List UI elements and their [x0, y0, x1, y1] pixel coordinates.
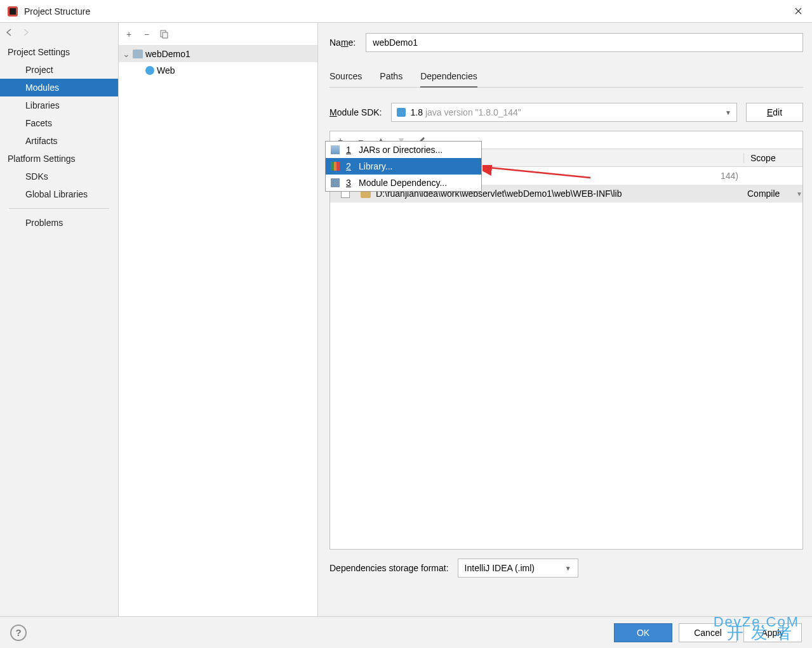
tree-label: webDemo1: [145, 49, 190, 59]
sidebar-divider: [9, 208, 109, 209]
sdk-version: java version "1.8.0_144": [425, 107, 521, 117]
storage-label: Dependencies storage format:: [329, 563, 449, 573]
svg-rect-1: [10, 8, 16, 15]
web-facet-icon: [145, 66, 154, 75]
copy-module-button[interactable]: [159, 29, 170, 39]
popup-label: JARs or Directories...: [359, 145, 443, 155]
help-button[interactable]: ?: [10, 625, 27, 641]
sidebar-item-global-libraries[interactable]: Global Libraries: [0, 185, 118, 203]
tab-paths[interactable]: Paths: [380, 66, 403, 87]
sdk-name: 1.8: [411, 107, 423, 117]
app-icon: [8, 6, 18, 17]
popup-label: Module Dependency...: [359, 178, 447, 188]
module-icon: [133, 50, 143, 58]
sidebar-item-facets[interactable]: Facets: [0, 114, 118, 132]
sdk-label: Module SDK:: [329, 107, 382, 117]
sidebar-item-libraries[interactable]: Libraries: [0, 96, 118, 114]
sidebar-section-platform-settings: Platform Settings: [0, 150, 118, 168]
dep-path-fragment: 144): [721, 171, 738, 181]
module-name-input[interactable]: [366, 33, 803, 52]
jars-icon: [331, 145, 340, 154]
expand-chevron-icon[interactable]: ⌄: [123, 49, 130, 59]
popup-item-module-dependency[interactable]: 3 Module Dependency...: [326, 175, 481, 191]
tab-sources[interactable]: Sources: [329, 66, 362, 87]
svg-rect-3: [163, 32, 168, 38]
tab-dependencies[interactable]: Dependencies: [420, 66, 477, 88]
scope-select[interactable]: Compile ▼: [743, 188, 802, 199]
titlebar: Project Structure: [0, 0, 812, 23]
window-title: Project Structure: [24, 6, 784, 17]
popup-label: Library...: [359, 161, 392, 171]
sdk-icon: [397, 108, 406, 117]
sidebar-item-modules[interactable]: Modules: [0, 79, 118, 96]
popup-item-jars[interactable]: 1 JARs or Directories...: [326, 142, 481, 158]
remove-module-button[interactable]: −: [142, 29, 152, 39]
library-icon: [331, 162, 340, 171]
popup-item-library[interactable]: 2 Library...: [326, 158, 481, 175]
sidebar-item-sdks[interactable]: SDKs: [0, 168, 118, 185]
tree-row-web[interactable]: Web: [119, 62, 317, 79]
storage-format-select[interactable]: IntelliJ IDEA (.iml) ▼: [458, 559, 578, 578]
close-button[interactable]: [784, 0, 812, 22]
tree-label: Web: [157, 65, 175, 76]
add-module-button[interactable]: +: [124, 29, 134, 39]
ok-button[interactable]: OK: [614, 623, 672, 642]
name-label: Name:: [329, 37, 356, 48]
watermark-latin: DevZe.CoM: [714, 614, 799, 630]
sdk-select[interactable]: 1.8 java version "1.8.0_144" ▼: [391, 103, 738, 122]
nav-back-button[interactable]: [5, 28, 15, 38]
sidebar-item-artifacts[interactable]: Artifacts: [0, 132, 118, 150]
dropdown-arrow-icon: ▼: [796, 190, 802, 197]
tree-row-webdemo1[interactable]: ⌄ webDemo1: [119, 46, 317, 62]
sidebar-section-project-settings: Project Settings: [0, 43, 118, 61]
sidebar-item-problems[interactable]: Problems: [0, 214, 118, 232]
dropdown-arrow-icon: ▼: [725, 109, 731, 116]
scope-column-header[interactable]: Scope: [743, 153, 802, 163]
sidebar-item-project[interactable]: Project: [0, 61, 118, 79]
edit-sdk-button[interactable]: Edit: [746, 103, 803, 122]
nav-forward-button[interactable]: [22, 28, 32, 38]
dropdown-arrow-icon: ▼: [565, 565, 571, 572]
add-dependency-popup: 1 JARs or Directories... 2 Library... 3 …: [325, 141, 482, 192]
module-dep-icon: [331, 178, 340, 187]
